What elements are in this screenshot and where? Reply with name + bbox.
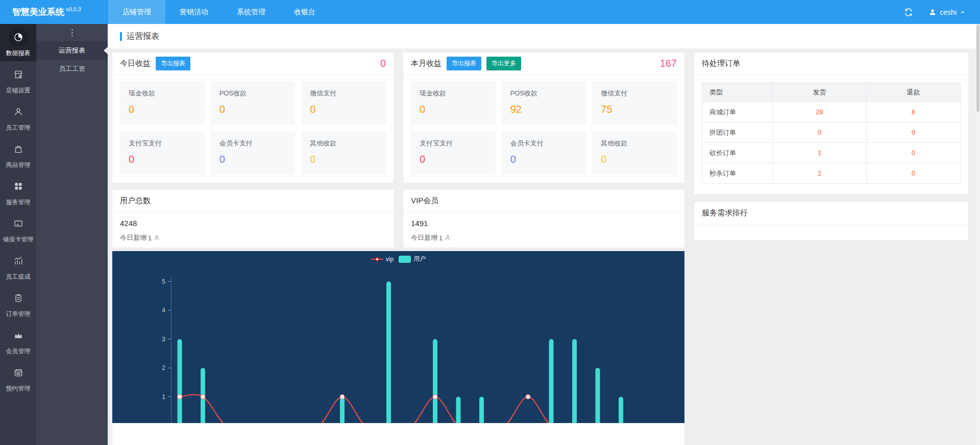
title-accent-bar [120,32,122,41]
user-total-value: 4248 [120,219,386,228]
table-row: 拼团订单 0 0 [702,122,961,143]
shipping-count: 0 [773,122,867,143]
export-report-button[interactable]: 导出报表 [447,57,481,70]
legend-item-users[interactable]: 用户 [399,255,426,263]
sidebar-item-goods-management[interactable]: 商品管理 [0,136,36,173]
export-more-button[interactable]: 导出更多 [486,57,521,70]
stat-tile-member-card: 会员卡支付 0 [502,131,586,175]
person-outline-icon [444,234,451,241]
stat-tile-pos: POS收款 0 [211,81,296,125]
refresh-icon[interactable] [904,8,913,17]
sidebar-label: 会员管理 [6,347,31,356]
legend-label: 用户 [413,255,426,263]
vip-member-header: VIP会员 [403,190,684,212]
stat-label: 微信支付 [310,89,377,98]
today-revenue-title: 今日收益 [120,59,151,68]
stat-label: POS收款 [510,89,578,98]
stat-value: 0 [510,154,578,165]
user-total-body: 4248 今日新增 1 [112,212,394,249]
sidebar-item-shop-settings[interactable]: 店铺设置 [0,61,36,98]
stat-label: 支付宝支付 [420,139,487,148]
table-row: 商城订单 28 8 [702,102,961,122]
user-new-today: 今日新增 1 [120,233,386,242]
stat-tile-wechat: 微信支付 75 [592,81,677,125]
user-menu[interactable]: ceshi [928,8,966,16]
calendar-icon [9,363,28,382]
sidebar-item-member-management[interactable]: 会员管理 [0,322,36,359]
sidebar-item-appointment-management[interactable]: 预约管理 [0,359,36,397]
pending-orders-table: 类型 发货 退款 商城订单 28 8 拼团订单 0 0 砍价订单 [702,82,961,184]
nav-tab-cashier[interactable]: 收银台 [280,0,330,24]
stat-tile-member-card: 会员卡支付 0 [211,131,296,175]
chart-canvas: 012345 [112,251,684,423]
legend-item-vip[interactable]: vip [371,256,394,263]
sidebar-label: 商品管理 [6,161,31,169]
top-header: 智慧美业系统v0.0.3 店铺管理 营销活动 系统管理 收银台 ceshi [0,0,980,24]
stat-tile-other: 其他收款 0 [592,131,677,175]
person-outline-icon [153,234,160,241]
refund-count: 8 [867,102,961,122]
svg-text:3: 3 [162,336,165,343]
username: ceshi [940,8,957,16]
sidebar-item-order-management[interactable]: 订单管理 [0,285,36,322]
stat-label: 现金收款 [420,89,487,98]
trend-chart-icon [9,251,28,270]
line-series-marker [371,259,383,260]
svg-text:5: 5 [162,278,165,285]
today-revenue-header: 今日收益 导出报表 0 [112,53,394,75]
export-report-button[interactable]: 导出报表 [156,57,190,70]
stat-tile-wechat: 微信支付 0 [301,81,386,125]
stat-label: 支付宝支付 [129,139,196,148]
service-demand-header: 服务需求排行 [694,202,968,225]
stat-label: 其他收款 [310,139,377,148]
stat-label: 微信支付 [601,89,668,98]
vip-new-today: 今日新增 1 [411,233,677,242]
table-header-row: 类型 发货 退款 [702,83,961,102]
submenu-collapse-handle[interactable] [36,24,108,41]
today-revenue-total: 0 [380,58,386,69]
shipping-count: 28 [773,102,867,122]
sidebar-item-stored-value-card[interactable]: 储值卡管理 [0,210,36,248]
sidebar-item-staff-commission[interactable]: 员工提成 [0,248,36,285]
stat-value: 75 [601,104,668,115]
month-revenue-total: 167 [660,58,677,69]
table-row: 砍价订单 1 0 [702,143,961,163]
stat-tile-alipay: 支付宝支付 0 [411,131,496,175]
vertical-scrollbar [976,24,980,445]
clipboard-icon [9,288,28,308]
vip-member-value: 1491 [411,219,677,228]
nav-tab-system[interactable]: 系统管理 [223,0,280,24]
stat-value: 0 [601,154,668,165]
submenu-item-operation-report[interactable]: 运营报表 [36,41,108,60]
month-revenue-header: 本月收益 导出报表 导出更多 167 [403,53,684,75]
sidebar-label: 储值卡管理 [3,235,34,244]
service-demand-ranking-card: 服务需求排行 [694,202,968,240]
sidebar-item-staff-management[interactable]: 员工管理 [0,98,36,136]
nav-tab-marketing[interactable]: 营销活动 [165,0,223,24]
svg-text:1: 1 [162,393,165,401]
chevron-up-icon [960,9,966,15]
sidebar-item-service-management[interactable]: 服务管理 [0,173,36,210]
chart-legend: vip 用户 [112,255,684,263]
order-type: 商城订单 [702,102,773,122]
sidebar: 数据报表 店铺设置 员工管理 商品管理 [0,24,36,445]
submenu-item-staff-salary[interactable]: 员工工资 [36,60,108,78]
column-type: 类型 [702,83,773,102]
order-type: 秒杀订单 [702,163,773,184]
bar-series-marker [399,256,411,263]
credit-card-icon [9,214,28,233]
top-nav: 店铺管理 营销活动 系统管理 收银台 [108,0,330,24]
shipping-count: 2 [773,163,867,184]
main-content: 运营报表 今日收益 导出报表 0 现金收款 0 POS收款 0 微信支付 0 支… [108,24,980,445]
users-vip-chart-card: vip 用户 012345 [112,251,684,445]
stat-value: 0 [420,104,487,115]
nav-tab-shop-management[interactable]: 店铺管理 [108,0,165,24]
sidebar-item-data-reports[interactable]: 数据报表 [0,24,36,61]
page-title-bar: 运营报表 [108,24,980,48]
stat-tile-cash: 现金收款 0 [411,81,496,125]
shopping-bag-icon [9,139,28,159]
scrollbar-thumb[interactable] [976,25,979,112]
refund-count: 0 [867,163,961,184]
vip-member-card: VIP会员 1491 今日新增 1 [403,190,684,248]
sidebar-label: 员工提成 [6,273,31,281]
